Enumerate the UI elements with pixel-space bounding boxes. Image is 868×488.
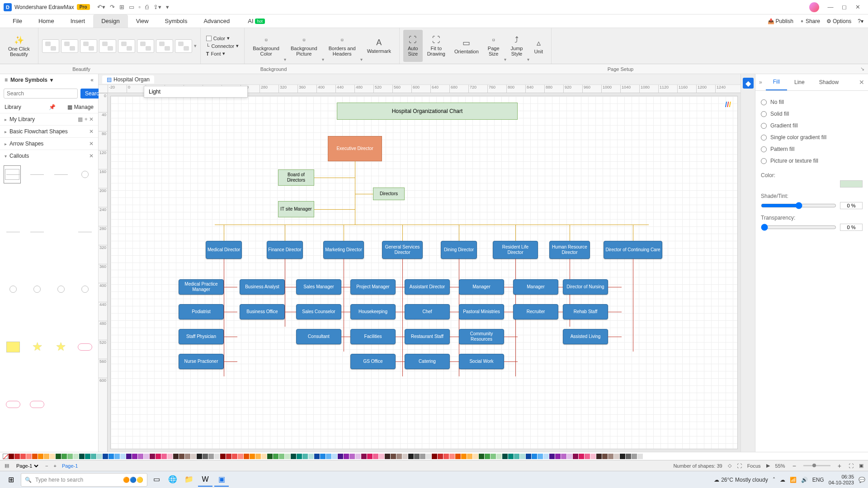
color-swatch[interactable]: [596, 454, 602, 459]
color-swatch[interactable]: [473, 454, 478, 459]
color-swatch[interactable]: [520, 454, 525, 459]
color-swatch[interactable]: [485, 454, 490, 459]
color-swatch[interactable]: [514, 454, 519, 459]
style-preset-5[interactable]: [118, 39, 135, 53]
node-0-2[interactable]: Staff Physician: [179, 329, 224, 344]
edrawmax-icon[interactable]: ▣: [214, 473, 229, 487]
borders-button[interactable]: ▫Borders and Headers: [324, 30, 360, 62]
shape-thumb[interactable]: [4, 223, 23, 241]
transparency-slider[interactable]: [761, 224, 836, 231]
color-swatch[interactable]: [61, 454, 67, 459]
qat-more-icon[interactable]: ▾: [166, 4, 169, 10]
color-swatch[interactable]: [443, 454, 449, 459]
fill-opt-picture[interactable]: Picture or texture fill: [761, 155, 863, 167]
color-swatch[interactable]: [273, 454, 278, 459]
color-swatch[interactable]: [532, 454, 537, 459]
shape-thumb[interactable]: [52, 280, 71, 298]
board-directors[interactable]: Board of Directors: [278, 169, 314, 186]
menu-file[interactable]: File: [5, 14, 30, 28]
color-swatch[interactable]: [26, 454, 32, 459]
node-7-0[interactable]: Director of Nursing: [563, 279, 608, 295]
page-tab[interactable]: Page-1: [62, 463, 78, 469]
color-swatch[interactable]: [573, 454, 578, 459]
color-swatch[interactable]: [626, 454, 631, 459]
font-menu[interactable]: T Font▾: [204, 50, 241, 57]
color-swatch[interactable]: [226, 454, 231, 459]
node-5-1[interactable]: Pastoral Ministries: [459, 304, 504, 319]
menu-view[interactable]: View: [128, 14, 157, 28]
library-label[interactable]: Library: [5, 104, 21, 110]
color-swatch[interactable]: [338, 454, 343, 459]
fill-opt-none[interactable]: No fill: [761, 96, 863, 108]
hamburger-icon[interactable]: ≡: [5, 77, 8, 83]
user-avatar[interactable]: [809, 2, 819, 12]
style-preset-6[interactable]: [137, 39, 154, 53]
symbol-search-input[interactable]: [4, 89, 78, 99]
node-4-2[interactable]: Restaurant Staff: [405, 329, 450, 344]
redo-icon[interactable]: ↷: [110, 4, 115, 10]
color-swatch[interactable]: [402, 454, 408, 459]
taskbar-search[interactable]: 🔍 Type here to search🟠🔵🟡: [21, 473, 147, 487]
task-view-icon[interactable]: ▭: [149, 473, 164, 487]
shape-thumb[interactable]: [28, 223, 47, 241]
publish-button[interactable]: 📤 Publish: [768, 18, 793, 24]
node-1-1[interactable]: Business Office: [240, 304, 285, 319]
color-swatch[interactable]: [14, 454, 20, 459]
start-button[interactable]: ⊞: [3, 473, 19, 487]
present-icon[interactable]: ▶: [766, 463, 770, 469]
fill-opt-single-gradient[interactable]: Single color gradient fill: [761, 131, 863, 143]
color-swatch[interactable]: [50, 454, 55, 459]
color-swatch[interactable]: [9, 454, 14, 459]
color-swatch[interactable]: [97, 454, 102, 459]
close-panel-icon[interactable]: ✕: [855, 75, 868, 89]
help-icon[interactable]: ?▾: [858, 18, 863, 24]
menu-insert[interactable]: Insert: [62, 14, 94, 28]
unit-button[interactable]: ▵Unit: [529, 30, 547, 62]
node-5-3[interactable]: Social Work: [459, 354, 504, 369]
tray-cloud-icon[interactable]: ☁: [780, 477, 785, 483]
auto-size-button[interactable]: ⛶Auto Size: [403, 30, 423, 62]
manage-link[interactable]: ▦ Manage: [67, 104, 94, 110]
color-swatch[interactable]: [426, 454, 431, 459]
style-preset-1[interactable]: [42, 39, 59, 53]
page-selector[interactable]: Page-1: [14, 463, 40, 469]
color-swatch[interactable]: [208, 454, 214, 459]
color-swatch[interactable]: [56, 454, 61, 459]
color-swatch[interactable]: [461, 454, 467, 459]
node-6-1[interactable]: Recruiter: [513, 304, 558, 319]
color-swatch[interactable]: [203, 454, 208, 459]
tab-shadow[interactable]: Shadow: [812, 75, 846, 90]
color-swatch[interactable]: [608, 454, 613, 459]
color-swatch[interactable]: [220, 454, 226, 459]
open-icon[interactable]: ▭: [129, 4, 134, 10]
watermark-button[interactable]: AWatermark: [363, 30, 396, 62]
page-size-button[interactable]: ▫Page Size: [483, 30, 504, 62]
color-swatch[interactable]: [602, 454, 608, 459]
director-6[interactable]: Human Resource Director: [549, 241, 590, 259]
prev-page-icon[interactable]: −: [45, 463, 48, 469]
color-swatch[interactable]: [120, 454, 126, 459]
fit-drawing-button[interactable]: ⛶Fit to Drawing: [423, 30, 450, 62]
color-swatch[interactable]: [355, 454, 361, 459]
node-1-0[interactable]: Business Analyst: [240, 279, 285, 295]
color-swatch[interactable]: [496, 454, 502, 459]
color-swatch[interactable]: [543, 454, 549, 459]
style-preset-8[interactable]: [175, 39, 192, 53]
add-page-icon[interactable]: +: [53, 463, 56, 469]
tab-fill[interactable]: Fill: [766, 74, 787, 90]
share-button[interactable]: ⚬ Share: [800, 18, 820, 24]
new-icon[interactable]: ⊞: [119, 4, 124, 10]
color-swatch[interactable]: [314, 454, 320, 459]
color-swatch[interactable]: [255, 454, 261, 459]
color-swatch[interactable]: [38, 454, 43, 459]
color-swatch[interactable]: [432, 454, 437, 459]
color-swatch[interactable]: [637, 454, 643, 459]
export-icon[interactable]: ⇪▾: [153, 4, 161, 10]
node-0-1[interactable]: Podiatrist: [179, 304, 224, 319]
color-swatch[interactable]: [561, 454, 566, 459]
color-swatch[interactable]: [620, 454, 625, 459]
color-swatch[interactable]: [114, 454, 120, 459]
director-7[interactable]: Director of Continuing Care: [604, 241, 662, 259]
directors[interactable]: Directors: [373, 188, 405, 200]
shape-thumb[interactable]: [28, 165, 47, 183]
